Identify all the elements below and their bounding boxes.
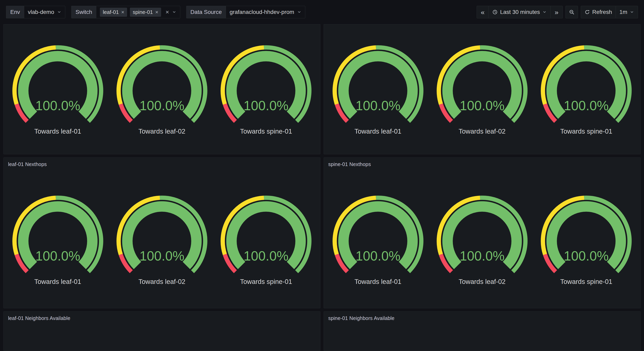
gauge: 100.0%Towards spine-01 (535, 43, 638, 135)
gauge-value: 100.0% (564, 98, 609, 113)
chevron-down-icon (630, 10, 634, 14)
gauge-value: 100.0% (356, 248, 400, 263)
switch-pill-label: spine-01 (133, 9, 153, 15)
time-range-group: « Last 30 minutes » (477, 6, 563, 18)
clock-icon (492, 10, 498, 15)
var-env-picker[interactable]: vlab-demo (24, 6, 65, 18)
chevron-down-icon (172, 10, 176, 14)
gauge: 100.0%Towards leaf-01 (6, 43, 109, 135)
refresh-interval-dropdown[interactable]: 1m (616, 6, 638, 18)
gauge-value: 100.0% (564, 248, 609, 263)
gauge-chart: 100.0% (539, 194, 634, 274)
var-switch-label: Switch (71, 6, 96, 18)
var-switch: Switch leaf-01 × spine-01 × × (71, 6, 180, 18)
gauge-title: Towards spine-01 (560, 278, 612, 285)
double-chevron-left-icon: « (480, 9, 485, 16)
refresh-label: Refresh (592, 9, 612, 15)
topbar-right: « Last 30 minutes » Refresh 1m (477, 6, 638, 18)
remove-icon[interactable]: × (155, 10, 158, 15)
gauge-title: Towards leaf-01 (354, 278, 401, 285)
gauge-chart: 100.0% (219, 194, 313, 274)
panel-title: spine-01 Nexthops (328, 161, 371, 167)
gauge: 100.0%Towards leaf-02 (430, 194, 534, 285)
gauge-title: Towards spine-01 (240, 128, 292, 135)
gauge-row: 100.0%Towards leaf-01100.0%Towards leaf-… (4, 24, 320, 154)
zoom-out-button[interactable] (566, 6, 578, 18)
gauge: 100.0%Towards spine-01 (214, 194, 318, 285)
gauge-chart: 100.0% (114, 43, 209, 124)
refresh-group: Refresh 1m (581, 6, 638, 18)
panel: leaf-01 Nexthops100.0%Towards leaf-01100… (4, 157, 320, 308)
gauge: 100.0%Towards leaf-02 (110, 43, 214, 135)
gauge-title: Towards leaf-01 (34, 128, 81, 135)
double-chevron-right-icon: » (554, 9, 559, 16)
gauge-chart: 100.0% (539, 43, 634, 124)
gauge-title: Towards leaf-01 (34, 278, 81, 285)
chevron-down-icon (297, 10, 302, 14)
var-datasource-label: Data Source (186, 6, 226, 18)
gauge-title: Towards leaf-02 (459, 278, 506, 285)
gauge-row: 100.0%Towards leaf-01100.0%Towards leaf-… (4, 171, 320, 308)
var-datasource-selected: grafanacloud-hhdev-prom (230, 9, 294, 15)
refresh-interval-value: 1m (620, 9, 627, 15)
gauge-title: Towards leaf-02 (138, 128, 186, 135)
panel-header[interactable]: leaf-01 Neighbors Available (4, 311, 320, 325)
gauge-row: 100.0%Towards leaf-01100.0%Towards leaf-… (324, 171, 640, 308)
panel: spine-01 Neighbors Available (324, 311, 640, 351)
panel: spine-01 Nexthops100.0%Towards leaf-0110… (324, 157, 640, 308)
gauge-title: Towards leaf-01 (354, 128, 401, 135)
gauge-value: 100.0% (460, 98, 504, 113)
panel-header[interactable]: spine-01 Nexthops (324, 158, 640, 171)
gauge-chart: 100.0% (10, 43, 105, 124)
gauge-title: Towards leaf-02 (138, 278, 186, 285)
gauge-value: 100.0% (356, 98, 400, 113)
time-range-picker[interactable]: Last 30 minutes (489, 6, 550, 18)
gauge-chart: 100.0% (331, 43, 425, 124)
topbar: Env vlab-demo Switch leaf-01 × spine-01 … (0, 0, 644, 24)
gauge-value: 100.0% (35, 248, 80, 263)
var-env-label: Env (6, 6, 24, 18)
switch-pill-leaf-01[interactable]: leaf-01 × (100, 8, 127, 17)
time-range-label: Last 30 minutes (500, 9, 540, 15)
panel: leaf-01 Neighbors Available (4, 311, 320, 351)
var-datasource-picker[interactable]: grafanacloud-hhdev-prom (226, 6, 305, 18)
gauge: 100.0%Towards leaf-01 (326, 194, 430, 285)
refresh-button[interactable]: Refresh (581, 6, 616, 18)
time-shift-back-button[interactable]: « (477, 6, 489, 18)
var-env: Env vlab-demo (6, 6, 65, 18)
gauge: 100.0%Towards leaf-01 (326, 43, 430, 135)
gauge-value: 100.0% (244, 98, 288, 113)
var-switch-picker[interactable]: leaf-01 × spine-01 × × (96, 6, 180, 18)
zoom-out-icon (569, 10, 574, 15)
gauge-title: Towards spine-01 (560, 128, 612, 135)
panel-header[interactable]: spine-01 Neighbors Available (324, 311, 640, 325)
panel-title: leaf-01 Neighbors Available (8, 315, 70, 321)
gauge: 100.0%Towards leaf-02 (110, 194, 214, 285)
panel: 100.0%Towards leaf-01100.0%Towards leaf-… (4, 24, 320, 154)
gauge-value: 100.0% (139, 98, 184, 113)
panel-title: leaf-01 Nexthops (8, 161, 47, 167)
gauge: 100.0%Towards leaf-02 (430, 43, 534, 135)
remove-icon[interactable]: × (121, 10, 124, 15)
time-shift-forward-button[interactable]: » (550, 6, 563, 18)
gauge-title: Towards leaf-02 (459, 128, 506, 135)
switch-pill-spine-01[interactable]: spine-01 × (130, 8, 161, 17)
refresh-icon (584, 10, 590, 15)
gauge-title: Towards spine-01 (240, 278, 292, 285)
gauge-chart: 100.0% (10, 194, 105, 274)
clear-all-icon[interactable]: × (166, 9, 169, 15)
gauge-chart: 100.0% (114, 194, 209, 274)
gauge-value: 100.0% (460, 248, 504, 263)
gauge-row: 100.0%Towards leaf-01100.0%Towards leaf-… (324, 24, 640, 154)
gauge: 100.0%Towards leaf-01 (6, 194, 109, 285)
gauge-chart: 100.0% (435, 194, 530, 274)
gauge-chart: 100.0% (331, 194, 425, 274)
gauge-value: 100.0% (35, 98, 80, 113)
panel-header[interactable]: leaf-01 Nexthops (4, 158, 320, 171)
chevron-down-icon (57, 10, 62, 14)
dashboard-grid: 100.0%Towards leaf-01100.0%Towards leaf-… (0, 24, 644, 351)
var-datasource: Data Source grafanacloud-hhdev-prom (186, 6, 305, 18)
gauge: 100.0%Towards spine-01 (535, 194, 638, 285)
panel: 100.0%Towards leaf-01100.0%Towards leaf-… (324, 24, 640, 154)
gauge-chart: 100.0% (219, 43, 313, 124)
